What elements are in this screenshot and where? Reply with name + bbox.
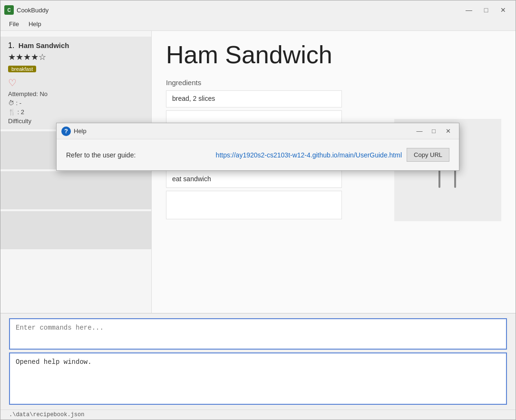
recipe-servings: 🍴 : 2 [8,108,144,116]
recipe-detail: Ham Sandwich Ingredients bread, 2 slices… [152,31,516,313]
sidebar-placeholder-2 [0,171,151,209]
dialog-close-button[interactable]: ✕ [442,126,454,137]
recipe-name: Ham Sandwich [19,41,69,49]
favorite-icon: ♡ [8,77,144,88]
menu-bar: File Help [0,18,516,31]
app-icon: C [4,5,14,15]
dialog-content: Refer to the user guide: https://ay1920s… [57,139,459,170]
maximize-button[interactable]: □ [479,5,493,15]
recipe-detail-title: Ham Sandwich [166,40,501,69]
dialog-title-left: ? Help [61,127,87,136]
command-input[interactable] [16,324,500,344]
dialog-title-bar: ? Help — □ ✕ [57,123,459,139]
app-title: CookBuddy [17,7,49,14]
dialog-maximize-button[interactable]: □ [428,126,440,137]
svg-text:C: C [7,8,10,13]
recipe-tag: breakfast [8,66,36,72]
main-area: 1. Ham Sandwich ★★★★☆ breakfast ♡ Attemp… [0,31,516,313]
copy-url-button[interactable]: Copy URL [407,148,449,162]
close-button[interactable]: ✕ [497,5,510,15]
sidebar: 1. Ham Sandwich ★★★★☆ breakfast ♡ Attemp… [0,31,152,313]
title-bar-controls: — □ ✕ [462,5,510,15]
instruction-box-empty [166,191,342,219]
menu-help[interactable]: Help [24,20,46,29]
recipe-number-title: 1. Ham Sandwich [8,41,144,50]
dialog-help-icon: ? [61,127,71,136]
minimize-button[interactable]: — [462,5,476,15]
ingredients-label: Ingredients [166,78,501,87]
dialog-controls: — □ ✕ [413,126,454,137]
dialog-title-text: Help [74,127,87,135]
recipe-time: ⏱ : - [8,99,144,107]
bottom-area: Opened help window. .\data\recipebook.js… [0,313,516,420]
dialog-url-link[interactable]: https://ay1920s2-cs2103t-w12-4.github.io… [216,151,402,159]
status-bar: .\data\recipebook.json [0,410,516,420]
command-input-box [9,318,507,350]
status-path: .\data\recipebook.json [9,411,84,418]
recipe-number: 1. [8,41,14,49]
title-bar-left: C CookBuddy [4,5,49,15]
recipe-stars: ★★★★☆ [8,52,144,62]
output-box: Opened help window. [9,352,507,405]
instruction-item-2: eat sandwich [166,170,342,188]
recipe-attempted: Attempted: No [8,90,144,98]
recipe-list-item[interactable]: 1. Ham Sandwich ★★★★☆ breakfast ♡ Attemp… [0,37,151,129]
help-dialog: ? Help — □ ✕ Refer to the user guide: ht… [56,123,459,171]
output-text: Opened help window. [16,358,92,366]
ingredient-item: bread, 2 slices [166,90,342,107]
menu-file[interactable]: File [4,20,24,29]
dialog-text-prefix: Refer to the user guide: [66,151,211,159]
dialog-minimize-button[interactable]: — [413,126,426,137]
sidebar-placeholder-3 [0,211,151,249]
title-bar: C CookBuddy — □ ✕ [0,0,516,18]
